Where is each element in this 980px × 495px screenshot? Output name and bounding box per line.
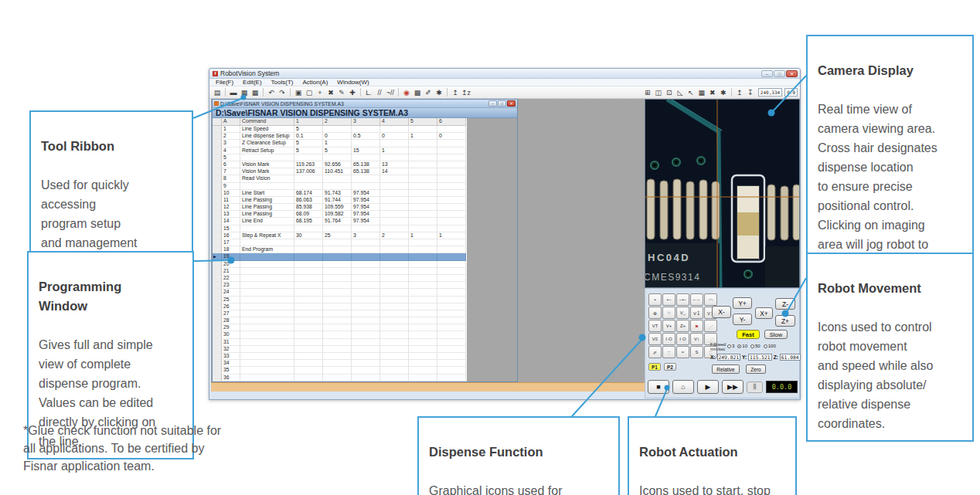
needle-xy-adjust-icon[interactable]: ↥ xyxy=(450,87,461,98)
value-cell[interactable]: 13 xyxy=(380,161,409,168)
value-cell[interactable] xyxy=(409,324,437,331)
value-cell[interactable] xyxy=(409,183,437,190)
value-cell[interactable]: 0.1 xyxy=(294,133,323,140)
value-cell[interactable] xyxy=(294,346,323,353)
value-cell[interactable] xyxy=(409,190,437,197)
value-cell[interactable] xyxy=(294,324,323,331)
jog-z-minus-button[interactable]: Z- xyxy=(775,298,795,310)
arc-point-icon[interactable]: ◠ xyxy=(704,293,717,306)
value-cell[interactable] xyxy=(323,289,352,296)
value-cell[interactable] xyxy=(352,239,380,246)
command-cell[interactable] xyxy=(240,367,294,374)
value-cell[interactable] xyxy=(409,225,437,232)
command-cell[interactable] xyxy=(240,289,294,296)
program-p1-button[interactable]: P1 xyxy=(648,363,661,371)
dispense-down-icon[interactable]: V↧ xyxy=(690,307,703,319)
value-cell[interactable] xyxy=(352,346,380,353)
crosshair-icon[interactable]: ⊞ xyxy=(642,87,653,98)
zero-button[interactable]: Zero xyxy=(746,364,766,374)
value-cell[interactable] xyxy=(294,175,323,182)
value-cell[interactable]: 97.954 xyxy=(352,190,380,197)
jog-z-plus-button[interactable]: Z+ xyxy=(775,315,795,327)
f-speed-option-50[interactable]: 50 xyxy=(750,344,761,348)
value-cell[interactable]: 5 xyxy=(323,147,352,154)
command-cell[interactable] xyxy=(240,239,294,246)
value-cell[interactable] xyxy=(380,253,409,260)
line-end-icon[interactable]: –→ xyxy=(690,293,703,306)
program-row[interactable]: 1Line Speed5 xyxy=(213,126,467,133)
program-row[interactable]: 13Line Passing68.09109.58297.954 xyxy=(213,211,467,218)
value-cell[interactable] xyxy=(409,375,437,381)
program-row[interactable]: 31 xyxy=(213,339,467,346)
value-cell[interactable] xyxy=(437,331,466,338)
value-cell[interactable] xyxy=(352,375,380,381)
value-cell[interactable] xyxy=(352,183,380,190)
value-cell[interactable] xyxy=(352,317,380,324)
value-cell[interactable]: 68.195 xyxy=(294,218,323,225)
command-cell[interactable]: Line End xyxy=(240,218,294,225)
tools-icon[interactable]: ✱ xyxy=(718,87,729,98)
program-row[interactable]: 32 xyxy=(213,346,467,353)
value-cell[interactable] xyxy=(352,360,380,367)
needle-up-icon[interactable]: ↥ xyxy=(734,87,745,98)
settings-icon[interactable]: ✱ xyxy=(434,87,444,98)
f-speed-option-3[interactable]: 3 xyxy=(727,344,734,348)
value-cell[interactable] xyxy=(380,197,409,204)
value-cell[interactable]: 137.006 xyxy=(294,168,323,175)
command-cell[interactable] xyxy=(240,346,294,353)
command-cell[interactable]: End Program xyxy=(240,246,294,253)
value-cell[interactable] xyxy=(380,289,409,296)
value-cell[interactable] xyxy=(323,282,352,289)
value-cell[interactable] xyxy=(380,303,409,310)
value-cell[interactable]: 0 xyxy=(380,133,409,140)
value-cell[interactable] xyxy=(323,317,352,324)
command-cell[interactable]: Line Passing xyxy=(240,204,294,211)
command-cell[interactable] xyxy=(240,253,294,260)
doc-maximize-button[interactable]: □ xyxy=(498,100,506,107)
value-cell[interactable] xyxy=(323,346,352,353)
angle-tool-icon[interactable]: ↖ xyxy=(686,87,696,98)
value-cell[interactable] xyxy=(380,375,409,381)
value-cell[interactable] xyxy=(294,261,323,268)
value-cell[interactable] xyxy=(437,367,466,374)
value-cell[interactable] xyxy=(352,367,380,374)
value-cell[interactable]: 97.954 xyxy=(352,204,380,211)
menu-file[interactable]: File(F) xyxy=(211,79,238,86)
home-button[interactable]: ⌂ xyxy=(672,380,694,394)
value-cell[interactable] xyxy=(352,353,380,360)
brush-icon[interactable]: ✐ xyxy=(423,87,434,98)
value-cell[interactable] xyxy=(437,360,466,367)
value-cell[interactable]: 14 xyxy=(380,168,409,175)
value-cell[interactable] xyxy=(409,211,437,218)
value-cell[interactable] xyxy=(437,183,466,190)
program-row[interactable]: 12Line Passing85.938109.55997.954 xyxy=(213,204,467,211)
value-cell[interactable]: 119.263 xyxy=(294,161,323,168)
value-cell[interactable] xyxy=(380,154,409,161)
command-cell[interactable] xyxy=(240,183,294,190)
value-cell[interactable] xyxy=(409,317,437,324)
value-cell[interactable]: 68.174 xyxy=(294,190,323,197)
command-cell[interactable] xyxy=(240,303,294,310)
value-cell[interactable]: 110.451 xyxy=(323,168,352,175)
parallel-angle-icon[interactable]: ~// xyxy=(385,87,396,98)
value-cell[interactable] xyxy=(352,303,380,310)
value-cell[interactable]: 1 xyxy=(380,147,409,154)
program-row[interactable]: 34 xyxy=(213,360,467,367)
value-cell[interactable]: 97.954 xyxy=(352,197,380,204)
dispense-seq-icon[interactable]: V≡ xyxy=(648,333,662,345)
value-cell[interactable] xyxy=(437,140,466,147)
value-cell[interactable] xyxy=(437,317,466,324)
value-cell[interactable] xyxy=(323,339,352,346)
value-cell[interactable] xyxy=(437,211,466,218)
dispense-updown-icon[interactable]: V↕ xyxy=(690,333,703,345)
program-row[interactable]: 7Vision Mark137.006110.45165.13814 xyxy=(213,168,467,175)
value-cell[interactable] xyxy=(294,331,323,338)
value-cell[interactable]: 5 xyxy=(294,147,323,154)
value-cell[interactable] xyxy=(294,154,323,161)
value-cell[interactable] xyxy=(437,310,466,317)
value-cell[interactable] xyxy=(409,339,437,346)
value-cell[interactable]: 65.138 xyxy=(352,168,380,175)
value-cell[interactable] xyxy=(323,360,352,367)
value-cell[interactable] xyxy=(323,367,352,374)
paste-icon[interactable]: ▢ xyxy=(304,87,315,98)
